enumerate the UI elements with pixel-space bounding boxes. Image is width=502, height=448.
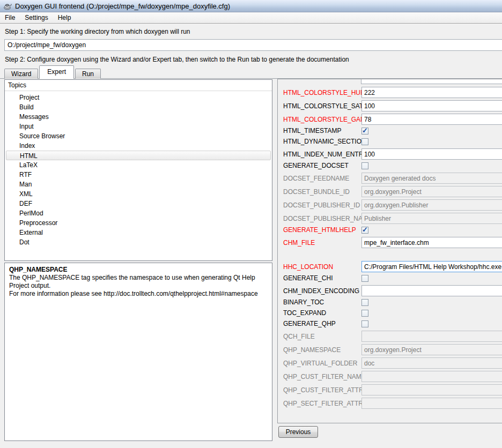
- label-binary-toc: BINARY_TOC: [283, 298, 361, 306]
- input-qhp-virtual-folder: doc: [361, 357, 502, 369]
- checkbox-binary-toc[interactable]: [361, 299, 368, 306]
- label-qhp-namespace: QHP_NAMESPACE: [283, 346, 361, 354]
- help-title: QHP_NAMESPACE: [9, 266, 268, 274]
- doxygen-gui-window: Doxygen GUI frontend (O:/project/mpe_fw/…: [0, 0, 502, 448]
- topic-build[interactable]: Build: [5, 102, 272, 112]
- label-html-colorstyle-gamma: HTML_COLORSTYLE_GAMMA: [283, 116, 361, 123]
- settings-rows: HTML_COLORSTYLE_HUE 222 HTML_COLORSTYLE_…: [283, 87, 502, 411]
- row-generate-qhp: GENERATE_QHP: [283, 320, 502, 327]
- row-html-index-num-entries: HTML_INDEX_NUM_ENTRIES 100: [283, 148, 502, 160]
- topic-man[interactable]: Man: [5, 180, 272, 189]
- input-value: mpe_fw_interface.chm: [364, 239, 429, 247]
- input-qhp-namespace: org.doxygen.Project: [361, 344, 502, 355]
- input-html-index-num-entries[interactable]: 100: [361, 148, 502, 160]
- input-value: org.doxygen.Project: [364, 346, 422, 354]
- checkbox-generate-chi[interactable]: [361, 275, 368, 282]
- menu-help[interactable]: Help: [53, 12, 76, 23]
- input-html-colorstyle-hue[interactable]: 222: [361, 87, 502, 98]
- input-value: doc: [364, 360, 374, 367]
- title-bar[interactable]: Doxygen GUI frontend (O:/project/mpe_fw/…: [0, 0, 502, 12]
- label-docset-publisher-name: DOCSET_PUBLISHER_NAME: [283, 215, 361, 222]
- topic-def[interactable]: DEF: [5, 199, 272, 208]
- label-docset-bundle-id: DOCSET_BUNDLE_ID: [283, 188, 361, 196]
- label-qhp-virtual-folder: QHP_VIRTUAL_FOLDER: [283, 360, 361, 367]
- clipped-field-above: [361, 79, 502, 84]
- label-html-dynamic-sections: HTML_DYNAMIC_SECTIONS: [283, 138, 361, 145]
- topic-messages[interactable]: Messages: [5, 112, 272, 122]
- input-value: 100: [364, 151, 375, 158]
- label-qch-file: QCH_FILE: [283, 333, 361, 340]
- topic-perlmod[interactable]: PerlMod: [5, 208, 272, 218]
- label-qhp-cust-filter-attrs: QHP_CUST_FILTER_ATTRS: [283, 386, 361, 394]
- row-html-colorstyle-hue: HTML_COLORSTYLE_HUE 222: [283, 87, 502, 98]
- row-binary-toc: BINARY_TOC: [283, 298, 502, 306]
- label-chm-file: CHM_FILE: [283, 239, 361, 247]
- label-html-timestamp: HTML_TIMESTAMP: [283, 127, 361, 135]
- topics-panel: Topics ProjectBuildMessagesInputSource B…: [4, 79, 272, 261]
- topic-project[interactable]: Project: [5, 93, 272, 102]
- checkbox-toc-expand[interactable]: [361, 310, 368, 317]
- input-value: Doxygen generated docs: [364, 175, 435, 182]
- row-chm-index-encoding: CHM_INDEX_ENCODING: [283, 285, 502, 296]
- tab-run[interactable]: Run: [75, 69, 101, 79]
- checkbox-html-timestamp[interactable]: [361, 128, 368, 135]
- row-qhp-sect-filter-attrs: QHP_SECT_FILTER_ATTRS: [283, 398, 502, 409]
- label-generate-htmlhelp: GENERATE_HTMLHELP: [283, 226, 361, 234]
- input-value: 78: [364, 116, 371, 123]
- row-html-timestamp: HTML_TIMESTAMP: [283, 127, 502, 135]
- row-html-colorstyle-sat: HTML_COLORSTYLE_SAT 100: [283, 100, 502, 111]
- checkbox-generate-htmlhelp[interactable]: [361, 227, 368, 234]
- row-qhp-cust-filter-name: QHP_CUST_FILTER_NAME: [283, 371, 502, 382]
- menu-file[interactable]: File: [0, 12, 20, 23]
- topic-latex[interactable]: LaTeX: [5, 160, 272, 170]
- menu-settings[interactable]: Settings: [20, 12, 53, 23]
- row-docset-publisher-id: DOCSET_PUBLISHER_ID org.doxygen.Publishe…: [283, 199, 502, 211]
- row-docset-feedname: DOCSET_FEEDNAME Doxygen generated docs: [283, 173, 502, 184]
- menu-bar: FileSettingsHelp: [0, 12, 502, 24]
- input-chm-file[interactable]: mpe_fw_interface.chm: [361, 237, 502, 248]
- row-qhp-namespace: QHP_NAMESPACE org.doxygen.Project: [283, 344, 502, 355]
- input-docset-bundle-id: org.doxygen.Project: [361, 186, 502, 197]
- label-generate-docset: GENERATE_DOCSET: [283, 162, 361, 169]
- input-chm-index-encoding[interactable]: [361, 285, 502, 296]
- tab-wizard[interactable]: Wizard: [4, 69, 38, 79]
- topic-xml[interactable]: XML: [5, 189, 272, 199]
- input-value: 100: [364, 102, 375, 110]
- app-icon: [3, 2, 12, 10]
- topic-html[interactable]: HTML: [6, 151, 271, 160]
- label-html-colorstyle-hue: HTML_COLORSTYLE_HUE: [283, 89, 361, 96]
- checkbox-generate-docset[interactable]: [361, 162, 368, 169]
- checkbox-generate-qhp[interactable]: [361, 320, 368, 327]
- checkbox-html-dynamic-sections[interactable]: [361, 138, 368, 145]
- working-directory-input[interactable]: O:/project/mpe_fw/doxygen: [4, 39, 502, 51]
- label-generate-chi: GENERATE_CHI: [283, 274, 361, 282]
- row-docset-publisher-name: DOCSET_PUBLISHER_NAME Publisher: [283, 213, 502, 224]
- topic-dot[interactable]: Dot: [5, 237, 272, 247]
- label-html-colorstyle-sat: HTML_COLORSTYLE_SAT: [283, 102, 361, 110]
- topic-external[interactable]: External: [5, 228, 272, 237]
- input-qhp-sect-filter-attrs: [361, 398, 502, 409]
- step1-label: Step 1: Specify the working directory fr…: [5, 28, 190, 35]
- row-qhp-virtual-folder: QHP_VIRTUAL_FOLDER doc: [283, 357, 502, 369]
- row-html-dynamic-sections: HTML_DYNAMIC_SECTIONS: [283, 138, 502, 145]
- help-line: For more information please see http://d…: [9, 290, 268, 298]
- topic-source-browser[interactable]: Source Browser: [5, 131, 272, 141]
- input-html-colorstyle-sat[interactable]: 100: [361, 100, 502, 111]
- label-chm-index-encoding: CHM_INDEX_ENCODING: [283, 287, 361, 295]
- input-qhp-cust-filter-name: [361, 371, 502, 382]
- input-docset-publisher-id: org.doxygen.Publisher: [361, 199, 502, 211]
- input-qhp-cust-filter-attrs: [361, 384, 502, 395]
- label-generate-qhp: GENERATE_QHP: [283, 320, 361, 327]
- label-hhc-location: HHC_LOCATION: [283, 263, 361, 271]
- input-html-colorstyle-gamma[interactable]: 78: [361, 114, 502, 125]
- row-qhp-cust-filter-attrs: QHP_CUST_FILTER_ATTRS: [283, 384, 502, 395]
- topic-input[interactable]: Input: [5, 122, 272, 131]
- previous-button[interactable]: Previous: [278, 426, 318, 438]
- topic-preprocessor[interactable]: Preprocessor: [5, 218, 272, 228]
- row-generate-chi: GENERATE_CHI: [283, 274, 502, 282]
- topic-index[interactable]: Index: [5, 141, 272, 151]
- topic-rtf[interactable]: RTF: [5, 170, 272, 180]
- topics-list: ProjectBuildMessagesInputSource BrowserI…: [5, 91, 272, 247]
- input-hhc-location[interactable]: C:/Program Files/HTML Help Workshop/hhc.…: [361, 261, 502, 272]
- tab-expert[interactable]: Expert: [39, 65, 74, 79]
